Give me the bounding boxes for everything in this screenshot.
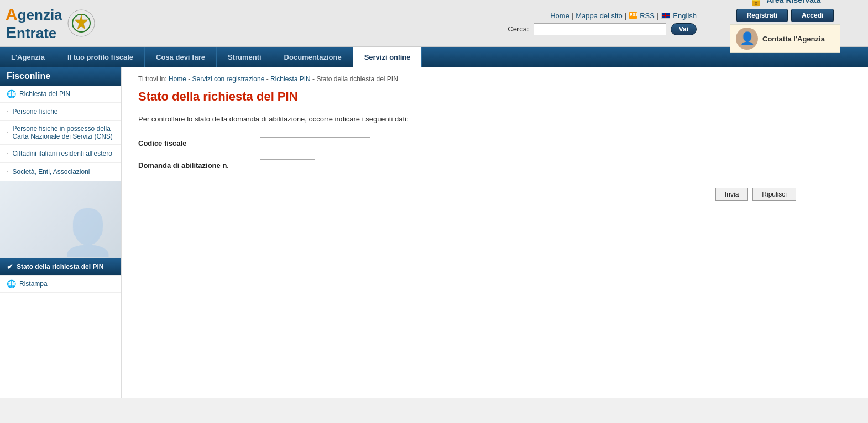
bullet-icon: · (7, 167, 9, 177)
auth-buttons: Registrati Accedi (736, 9, 834, 22)
codice-fiscale-label: Codice fiscale (138, 139, 260, 147)
sidebar-item-label: Ristampa (19, 280, 48, 288)
sidebar-item-label: Persone fisiche (12, 108, 57, 115)
nav-item-strumenti[interactable]: Strumenti (217, 47, 273, 67)
sidebar-item-1[interactable]: ·Persone fisiche (0, 103, 121, 121)
contatta-area[interactable]: 👤 Contatta l'Agenzia (730, 24, 840, 53)
ripulisci-button[interactable]: Ripulisci (752, 188, 796, 201)
sidebar-item-label: Richiesta del PIN (19, 90, 70, 98)
search-area: Cerca: Vai (508, 23, 697, 35)
sidebar-item-5[interactable]: ✔Stato della richiesta del PIN (0, 258, 121, 276)
logo[interactable]: Agenzia Entrate (6, 5, 62, 41)
domanda-row: Domanda di abilitazione n. (138, 159, 851, 171)
sidebar-item-4[interactable]: ·Società, Enti, Associazioni (0, 163, 121, 181)
bullet-icon: · (7, 128, 9, 138)
content-wrapper: Fisconline 🌐Richiesta del PIN·Persone fi… (0, 67, 868, 398)
contatta-label: Contatta l'Agenzia (762, 35, 825, 43)
sidebar-item-3[interactable]: ·Cittadini italiani residenti all'estero (0, 145, 121, 163)
sidebar-items: 🌐Richiesta del PIN·Persone fisiche·Perso… (0, 86, 121, 293)
sidebar-item-label: Cittadini italiani residenti all'estero (12, 150, 112, 157)
nav-item-cosa-devi-fare[interactable]: Cosa devi fare (145, 47, 217, 67)
rss-link[interactable]: RSS (640, 12, 655, 20)
vai-button[interactable]: Vai (671, 23, 697, 35)
nav-item-servizi-online[interactable]: Servizi online (353, 47, 422, 67)
sidebar-item-2[interactable]: ·Persone fisiche in possesso della Carta… (0, 121, 121, 145)
domanda-label: Domanda di abilitazione n. (138, 161, 260, 170)
sidebar-item-6[interactable]: 🌐Ristampa (0, 276, 121, 293)
rss-icon[interactable] (629, 12, 637, 19)
logo-area: Agenzia Entrate (6, 5, 96, 41)
sidebar-image-area: 👤 (0, 181, 121, 258)
nav-item-il-tuo-profilo-fiscale[interactable]: Il tuo profilo fiscale (56, 47, 145, 67)
breadcrumb-servizi[interactable]: Servizi con registrazione (192, 75, 265, 83)
search-label: Cerca: (508, 25, 529, 33)
breadcrumb-prefix: Ti trovi in: (138, 75, 167, 83)
nav-item-lagenzia[interactable]: L'Agenzia (0, 47, 56, 67)
mappa-link[interactable]: Mappa del sito (576, 12, 623, 20)
globe-icon: 🌐 (7, 279, 16, 288)
form-buttons: Invia Ripulisci (138, 188, 851, 201)
accedi-button[interactable]: Accedi (791, 9, 834, 22)
invia-button[interactable]: Invia (715, 188, 748, 201)
codice-fiscale-input[interactable] (260, 137, 370, 149)
form-description: Per controllare lo stato della domanda d… (138, 115, 851, 123)
main-content: Ti trovi in: Home - Servizi con registra… (122, 67, 868, 398)
sidebar-item-label: Società, Enti, Associazioni (12, 168, 90, 176)
right-panel: 🔒 Area Riservata Registrati Accedi 👤 Con… (708, 0, 862, 53)
breadcrumb-current: Stato della richiesta del PIN (316, 75, 398, 83)
italian-emblem-icon (67, 9, 96, 38)
top-nav-area: Home | Mappa del sito | RSS | English Ce… (96, 12, 708, 35)
sidebar-title: Fisconline (0, 67, 121, 86)
sidebar-item-label: Persone fisiche in possesso della Carta … (12, 125, 114, 140)
page-title: Stato della richiesta del PIN (138, 89, 851, 104)
search-input[interactable] (534, 23, 666, 35)
area-riservata-label: Area Riservata (766, 0, 820, 4)
area-riservata-header: 🔒 Area Riservata (749, 0, 820, 7)
checkmark-icon: ✔ (7, 262, 13, 271)
pin-form: Codice fiscale Domanda di abilitazione n… (138, 137, 851, 201)
bullet-icon: · (7, 107, 9, 117)
top-links: Home | Mappa del sito | RSS | English (550, 12, 697, 20)
globe-icon: 🌐 (7, 89, 16, 98)
sidebar: Fisconline 🌐Richiesta del PIN·Persone fi… (0, 67, 122, 398)
codice-fiscale-row: Codice fiscale (138, 137, 851, 149)
breadcrumb-home[interactable]: Home (169, 75, 186, 83)
nav-item-documentazione[interactable]: Documentazione (273, 47, 353, 67)
domanda-input[interactable] (260, 159, 315, 171)
sidebar-item-label: Stato della richiesta del PIN (17, 263, 103, 271)
english-link[interactable]: English (673, 12, 697, 20)
breadcrumb: Ti trovi in: Home - Servizi con registra… (138, 75, 851, 83)
home-link[interactable]: Home (550, 12, 569, 20)
contatta-avatar: 👤 (736, 28, 758, 50)
registrati-button[interactable]: Registrati (736, 9, 788, 22)
lock-icon: 🔒 (749, 0, 763, 7)
bullet-icon: · (7, 149, 9, 158)
uk-flag-icon (661, 13, 670, 19)
breadcrumb-richiesta[interactable]: Richiesta PIN (270, 75, 311, 83)
sidebar-item-0[interactable]: 🌐Richiesta del PIN (0, 86, 121, 103)
